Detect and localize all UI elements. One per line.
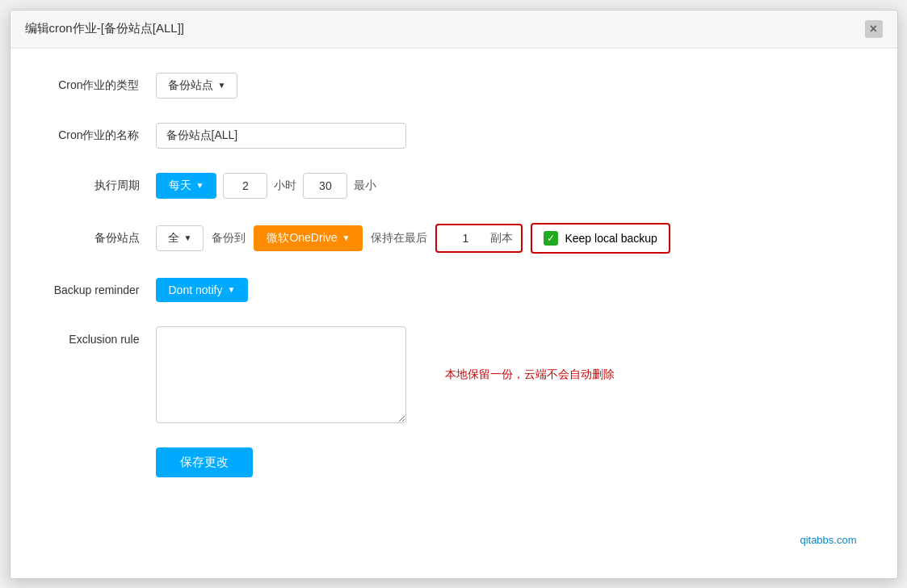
modal-title: 编辑cron作业-[备份站点[ALL]] [25, 21, 185, 36]
keep-last-label: 保持在最后 [371, 231, 427, 246]
exec-period-label: 执行周期 [51, 178, 156, 193]
exec-period-controls: 每天 ▼ 小时 最小 [156, 173, 857, 199]
cron-type-dropdown[interactable]: 备份站点 ▼ [156, 73, 238, 99]
backup-site-label: 备份站点 [51, 231, 156, 246]
keep-local-label: Keep local backup [565, 232, 657, 245]
backup-reminder-dropdown[interactable]: Dont notify ▼ [156, 278, 249, 302]
exec-period-hour-input[interactable] [223, 173, 267, 199]
cron-name-controls [156, 123, 857, 149]
cron-type-label: Cron作业的类型 [51, 78, 156, 93]
cron-name-row: Cron作业的名称 [51, 123, 857, 149]
modal-body: Cron作业的类型 备份站点 ▼ Cron作业的名称 执行周期 每天 ▼ [10, 48, 897, 526]
keep-last-count-input[interactable] [445, 230, 485, 246]
save-button-label: 保存更改 [180, 455, 229, 468]
footer-note: qitabbs.com [10, 534, 897, 546]
save-button[interactable]: 保存更改 [156, 447, 253, 477]
backup-site-value: 全 [168, 231, 179, 246]
minute-unit: 最小 [354, 178, 376, 193]
keep-last-count-group: 副本 [435, 224, 523, 253]
exec-period-minute-input[interactable] [303, 173, 347, 199]
backup-target-dropdown[interactable]: 微软OneDrive ▼ [254, 225, 363, 251]
backup-reminder-controls: Dont notify ▼ [156, 278, 857, 302]
cron-type-row: Cron作业的类型 备份站点 ▼ [51, 73, 857, 99]
backup-site-row: 备份站点 全 ▼ 备份到 微软OneDrive ▼ 保持在最后 副本 [51, 223, 857, 254]
keep-local-checkbox[interactable]: ✓ [544, 231, 558, 246]
exclusion-rule-textarea[interactable] [156, 326, 406, 423]
exclusion-rule-label: Exclusion rule [51, 326, 156, 346]
backup-to-label: 备份到 [212, 231, 246, 246]
keep-last-unit: 副本 [490, 231, 513, 246]
exec-period-value: 每天 [169, 178, 191, 193]
exec-period-dropdown[interactable]: 每天 ▼ [156, 173, 217, 199]
backup-reminder-value: Dont notify [169, 284, 223, 296]
modal-close-button[interactable]: × [865, 20, 883, 38]
cron-name-input[interactable] [156, 123, 406, 149]
exclusion-rule-controls: 本地保留一份，云端不会自动删除 [156, 326, 857, 423]
cron-type-controls: 备份站点 ▼ [156, 73, 857, 99]
hour-unit: 小时 [274, 178, 296, 193]
close-icon: × [870, 22, 877, 36]
chevron-down-icon: ▼ [184, 233, 192, 242]
footer-text: qitabbs.com [800, 534, 856, 546]
backup-site-dropdown[interactable]: 全 ▼ [156, 225, 204, 251]
cron-type-value: 备份站点 [168, 78, 213, 93]
exclusion-rule-row: Exclusion rule 本地保留一份，云端不会自动删除 [51, 326, 857, 423]
save-controls: 保存更改 [156, 447, 857, 477]
exec-period-row: 执行周期 每天 ▼ 小时 最小 [51, 173, 857, 199]
modal-header: 编辑cron作业-[备份站点[ALL]] × [10, 10, 897, 48]
modal-container: 编辑cron作业-[备份站点[ALL]] × Cron作业的类型 备份站点 ▼ … [10, 10, 898, 579]
backup-target-value: 微软OneDrive [267, 231, 337, 246]
keep-local-note: 本地保留一份，云端不会自动删除 [445, 368, 615, 382]
save-row: 保存更改 [51, 447, 857, 477]
chevron-down-icon: ▼ [218, 81, 226, 90]
chevron-down-icon: ▼ [227, 285, 235, 294]
backup-reminder-row: Backup reminder Dont notify ▼ [51, 278, 857, 302]
backup-reminder-label: Backup reminder [51, 284, 156, 296]
keep-local-backup-group: ✓ Keep local backup [531, 223, 670, 254]
chevron-down-icon: ▼ [196, 181, 204, 190]
cron-name-label: Cron作业的名称 [51, 128, 156, 143]
backup-site-controls: 全 ▼ 备份到 微软OneDrive ▼ 保持在最后 副本 ✓ Keep loc… [156, 223, 857, 254]
chevron-down-icon: ▼ [342, 233, 351, 242]
